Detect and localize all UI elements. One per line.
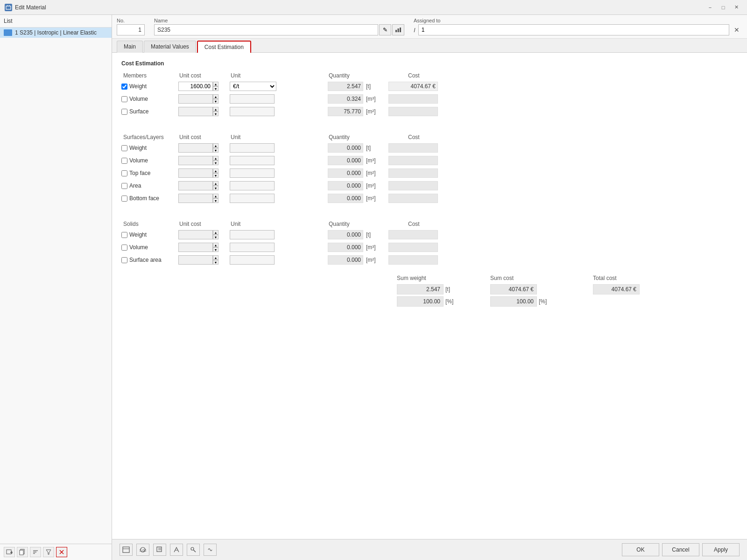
volume-unit-input[interactable] [230, 94, 275, 104]
tab-main[interactable]: Main [117, 41, 143, 53]
sl-topface-unitcost[interactable] [178, 168, 213, 178]
sl-area-unit[interactable] [230, 181, 275, 190]
so-volume-down[interactable]: ▼ [213, 247, 218, 252]
toolbar-btn-5[interactable] [187, 544, 200, 556]
maximize-button[interactable]: □ [717, 3, 729, 12]
assigned-input[interactable] [418, 24, 729, 35]
sl-volume-checkbox[interactable] [121, 158, 127, 164]
sl-area-qty-unit: [m²] [364, 182, 388, 189]
sum-weight-pct [397, 296, 444, 307]
so-weight-down[interactable]: ▼ [213, 235, 218, 239]
so-volume-unitcost[interactable] [178, 243, 213, 252]
sidebar-sort-btn[interactable] [30, 547, 41, 557]
so-weight-qty [328, 230, 363, 239]
surface-unitcost-down[interactable]: ▼ [213, 112, 218, 116]
surface-checkbox[interactable] [121, 109, 127, 115]
so-surfacearea-up[interactable]: ▲ [213, 255, 218, 260]
table-row: Volume ▲▼ [m³] [121, 155, 738, 166]
toolbar-btn-2[interactable]: 0.00 [136, 544, 149, 556]
so-volume-checkbox[interactable] [121, 245, 127, 251]
so-volume-unit[interactable] [230, 243, 275, 252]
volume-unitcost-up[interactable]: ▲ [213, 94, 218, 99]
sl-topface-down[interactable]: ▼ [213, 173, 218, 178]
sl-weight-up[interactable]: ▲ [213, 143, 218, 148]
sl-area-checkbox[interactable] [121, 183, 127, 189]
weight-checkbox[interactable] [121, 84, 127, 90]
toolbar-btn-6[interactable] [204, 544, 217, 556]
table-row: Surface ▲ ▼ [121, 106, 738, 117]
weight-unitcost-down[interactable]: ▼ [213, 86, 218, 91]
sl-weight-unit[interactable] [230, 143, 275, 153]
so-weight-unit[interactable] [230, 230, 275, 239]
sl-topface-up[interactable]: ▲ [213, 168, 218, 173]
solids-header: Solids Unit cost Unit Quantity Cost [121, 221, 738, 227]
weight-unitcost-input[interactable] [178, 82, 213, 91]
tab-material-values[interactable]: Material Values [144, 41, 196, 53]
sl-weight-unitcost[interactable] [178, 143, 213, 153]
surface-quantity [328, 107, 363, 116]
surface-unitcost-up[interactable]: ▲ [213, 107, 218, 112]
toolbar-btn-1[interactable] [120, 544, 133, 556]
sl-area-down[interactable]: ▼ [213, 186, 218, 190]
toolbar-btn-3[interactable] [153, 544, 166, 556]
so-weight-up[interactable]: ▲ [213, 230, 218, 235]
svg-rect-15 [398, 28, 399, 32]
sl-weight-checkbox[interactable] [121, 145, 127, 151]
sl-bottomface-down[interactable]: ▼ [213, 198, 218, 203]
sl-area-unitcost[interactable] [178, 181, 213, 190]
sidebar-delete-btn[interactable] [56, 547, 67, 557]
sl-area-label: Area [129, 182, 141, 189]
ok-button[interactable]: OK [622, 543, 659, 556]
top-fields: No. Name ✎ Assigned to I ✕ [112, 15, 747, 39]
name-chart-btn[interactable] [392, 24, 404, 35]
assigned-close-btn[interactable]: ✕ [731, 24, 742, 35]
sum-weight-value [397, 284, 444, 294]
sl-weight-down[interactable]: ▼ [213, 148, 218, 153]
members-col-header: Members [121, 72, 177, 79]
name-edit-btn[interactable]: ✎ [379, 24, 391, 35]
volume-unitcost-input[interactable] [178, 94, 213, 104]
sidebar-add-btn[interactable] [4, 547, 15, 557]
bottom-left-tools: 0.00 [120, 544, 217, 556]
volume-checkbox[interactable] [121, 96, 127, 102]
sl-area-up[interactable]: ▲ [213, 181, 218, 186]
close-button[interactable]: ✕ [730, 3, 742, 12]
no-input[interactable] [117, 24, 145, 35]
so-weight-checkbox[interactable] [121, 232, 127, 238]
weight-unit-select[interactable]: €/t [230, 82, 276, 91]
sl-topface-checkbox[interactable] [121, 170, 127, 176]
weight-unitcost-up[interactable]: ▲ [213, 82, 218, 86]
solids-unitcost-header: Unit cost [177, 221, 229, 227]
sl-bottomface-unitcost[interactable] [178, 194, 213, 203]
sidebar-copy-btn[interactable] [17, 547, 28, 557]
so-weight-unitcost[interactable] [178, 230, 213, 239]
so-volume-up[interactable]: ▲ [213, 243, 218, 247]
toolbar-btn-4[interactable] [170, 544, 183, 556]
sum-weight-unit: [t] [445, 286, 450, 293]
sl-bottomface-up[interactable]: ▲ [213, 194, 218, 198]
sidebar-item[interactable]: 1 S235 | Isotropic | Linear Elastic [0, 28, 112, 38]
surface-unitcost-input[interactable] [178, 107, 213, 116]
table-row: Weight ▲▼ [t] [121, 229, 738, 240]
so-surfacearea-unitcost[interactable] [178, 255, 213, 265]
sl-bottomface-checkbox[interactable] [121, 196, 127, 202]
so-volume-qty-unit: [m³] [364, 244, 388, 251]
sl-topface-unit[interactable] [230, 168, 275, 178]
sl-volume-down[interactable]: ▼ [213, 161, 218, 165]
sl-volume-up[interactable]: ▲ [213, 156, 218, 161]
so-surfacearea-down[interactable]: ▼ [213, 260, 218, 265]
sl-volume-unit[interactable] [230, 156, 275, 165]
surface-unit-input[interactable] [230, 107, 275, 116]
sidebar-filter-btn[interactable] [43, 547, 54, 557]
volume-unitcost-down[interactable]: ▼ [213, 99, 218, 104]
tab-cost-estimation[interactable]: Cost Estimation [197, 41, 251, 53]
so-surfacearea-checkbox[interactable] [121, 257, 127, 263]
so-surfacearea-unit[interactable] [230, 255, 275, 265]
summary-section: Sum weight [t] [%] Sum cost [121, 275, 738, 307]
apply-button[interactable]: Apply [702, 543, 740, 556]
minimize-button[interactable]: − [704, 3, 716, 12]
sl-volume-unitcost[interactable] [178, 156, 213, 165]
sl-bottomface-unit[interactable] [230, 194, 275, 203]
name-input[interactable] [154, 24, 378, 35]
cancel-button[interactable]: Cancel [662, 543, 699, 556]
